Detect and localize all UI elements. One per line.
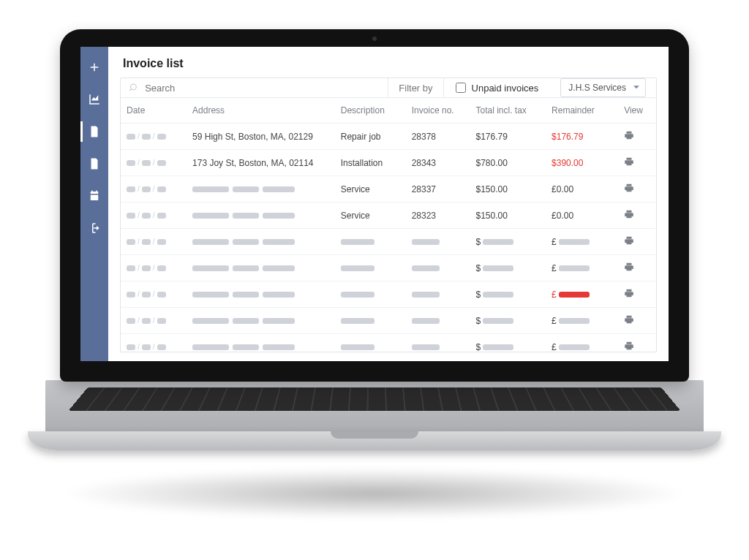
cell-description: Service: [335, 176, 406, 203]
table-row[interactable]: //$ £: [121, 229, 656, 255]
sidebar-add[interactable]: [80, 51, 108, 83]
col-address[interactable]: Address: [187, 98, 335, 124]
cell-description: Repair job: [335, 124, 406, 150]
unpaid-label: Unpaid invoices: [472, 83, 539, 94]
cell-remainder: £: [546, 255, 618, 281]
cell-address: 59 High St, Boston, MA, 02129: [187, 124, 335, 150]
cell-remainder: £0.00: [546, 176, 618, 203]
cell-view: [618, 124, 656, 150]
app-screen: Invoice list Filter by Unpaid invoices: [80, 47, 669, 361]
print-icon[interactable]: [624, 238, 634, 248]
cell-remainder: £: [546, 281, 618, 308]
cell-invoice-no: [406, 229, 470, 255]
laptop-base: [28, 431, 721, 450]
invoice-table: Date Address Description Invoice no. Tot…: [121, 98, 656, 352]
cell-remainder: £: [546, 229, 618, 255]
company-selected: J.H.S Services: [568, 83, 626, 93]
search-input[interactable]: [145, 83, 379, 94]
col-invoice-no[interactable]: Invoice no.: [406, 98, 470, 124]
main-panel: Invoice list Filter by Unpaid invoices: [108, 47, 669, 361]
screen-bezel: Invoice list Filter by Unpaid invoices: [60, 29, 689, 382]
logout-icon: [88, 222, 101, 235]
print-icon[interactable]: [624, 132, 634, 143]
filters-row: Filter by Unpaid invoices J.H.S Services: [121, 78, 656, 98]
col-remainder[interactable]: Remainder: [546, 98, 618, 124]
cell-view: [618, 281, 656, 308]
cell-address: [187, 229, 335, 255]
cell-address: [187, 308, 335, 334]
print-icon[interactable]: [624, 185, 634, 195]
print-icon[interactable]: [624, 159, 634, 169]
cell-total: $150.00: [470, 203, 546, 229]
cell-invoice-no: 28337: [406, 176, 470, 203]
table-row[interactable]: //59 High St, Boston, MA, 02129Repair jo…: [121, 124, 656, 150]
date-placeholder: //: [127, 290, 166, 298]
unpaid-filter[interactable]: Unpaid invoices: [444, 78, 551, 97]
chart-icon: [88, 93, 101, 106]
cell-view: [618, 150, 656, 176]
table-row[interactable]: //$ £: [121, 255, 656, 281]
laptop-frame: Invoice list Filter by Unpaid invoices: [60, 29, 689, 450]
col-total[interactable]: Total incl. tax: [470, 98, 546, 124]
date-placeholder: //: [127, 264, 166, 272]
company-select[interactable]: J.H.S Services: [560, 78, 646, 97]
document-icon: [88, 157, 101, 170]
unpaid-checkbox[interactable]: [456, 83, 466, 93]
col-date[interactable]: Date: [121, 98, 187, 124]
cell-address: [187, 281, 335, 308]
table-row[interactable]: //Service28323$150.00£0.00: [121, 203, 656, 229]
sidebar-logout[interactable]: [80, 212, 108, 244]
date-placeholder: //: [127, 159, 166, 167]
cell-total: $: [470, 255, 546, 281]
cell-view: [618, 176, 656, 203]
cell-remainder: £: [546, 308, 618, 334]
date-placeholder: //: [127, 132, 166, 140]
print-icon[interactable]: [624, 264, 634, 274]
cell-total: $: [470, 229, 546, 255]
cell-address: [187, 203, 335, 229]
cell-remainder: $176.79: [546, 124, 618, 150]
cell-address: 173 Joy St, Boston, MA, 02114: [187, 150, 335, 176]
table-row[interactable]: //$ £: [121, 334, 656, 353]
table-row[interactable]: //$ £: [121, 281, 656, 308]
content-pane: Filter by Unpaid invoices J.H.S Services: [120, 77, 657, 352]
date-placeholder: //: [127, 211, 166, 219]
sidebar-invoices[interactable]: [80, 116, 108, 148]
cell-remainder: £: [546, 334, 618, 353]
cell-description: Installation: [335, 150, 406, 176]
print-icon[interactable]: [624, 211, 634, 222]
cell-invoice-no: [406, 281, 470, 308]
webcam-dot: [372, 37, 377, 41]
print-icon[interactable]: [624, 317, 634, 327]
cell-total: $: [470, 308, 546, 334]
sidebar: [80, 47, 108, 361]
date-placeholder: //: [127, 238, 166, 246]
sidebar-reports[interactable]: [80, 83, 108, 116]
cell-date: //: [121, 281, 187, 308]
cell-remainder: £0.00: [546, 203, 618, 229]
invoice-file-icon: [88, 125, 101, 138]
cell-invoice-no: 28343: [406, 150, 470, 176]
print-icon[interactable]: [624, 343, 634, 352]
cell-date: //: [121, 334, 187, 353]
cell-total: $: [470, 334, 546, 353]
sidebar-documents[interactable]: [80, 148, 108, 180]
keyboard-deck: [45, 380, 704, 431]
search-wrap: [121, 78, 388, 97]
cell-view: [618, 255, 656, 281]
filter-by-label: Filter by: [388, 78, 443, 97]
table-row[interactable]: //$ £: [121, 308, 656, 334]
table-row[interactable]: //Service28337$150.00£0.00: [121, 176, 656, 203]
sidebar-calendar[interactable]: [80, 180, 108, 212]
cell-description: Service: [335, 203, 406, 229]
cell-date: //: [121, 176, 187, 203]
page-title: Invoice list: [108, 47, 669, 77]
cell-total: $176.79: [470, 124, 546, 150]
cell-address: [187, 176, 335, 203]
cell-address: [187, 334, 335, 353]
table-row[interactable]: //173 Joy St, Boston, MA, 02114Installat…: [121, 150, 656, 176]
cell-date: //: [121, 150, 187, 176]
print-icon[interactable]: [624, 290, 634, 300]
col-description[interactable]: Description: [335, 98, 406, 124]
cell-total: $: [470, 281, 546, 308]
